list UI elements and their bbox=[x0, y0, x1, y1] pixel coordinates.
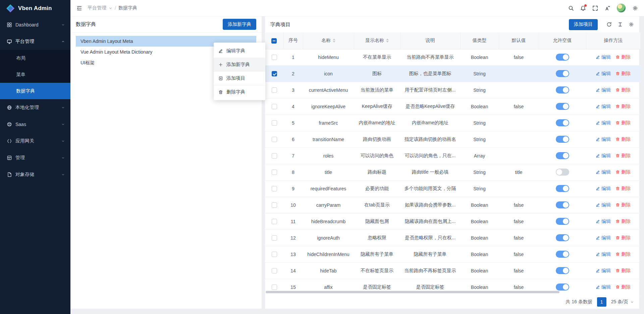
delete-row-button[interactable]: 删除 bbox=[615, 54, 631, 60]
edit-row-button[interactable]: 编辑 bbox=[596, 202, 611, 208]
sidebar-subitem-data-dictionary[interactable]: 数据字典 bbox=[0, 83, 70, 99]
nullable-toggle[interactable] bbox=[556, 284, 569, 291]
row-checkbox[interactable] bbox=[272, 104, 277, 109]
row-checkbox[interactable] bbox=[272, 268, 277, 273]
sort-carets-icon[interactable] bbox=[333, 39, 335, 43]
nullable-toggle[interactable] bbox=[556, 152, 569, 159]
nullable-toggle[interactable] bbox=[556, 54, 569, 61]
select-all-checkbox[interactable] bbox=[271, 38, 277, 44]
context-menu-item-edit-dict[interactable]: 编辑字典 bbox=[214, 44, 265, 58]
column-header-display[interactable]: 显示名称 bbox=[354, 33, 400, 49]
edit-row-button[interactable]: 编辑 bbox=[596, 87, 611, 93]
context-menu-item-delete-dict[interactable]: 删除字典 bbox=[214, 85, 265, 99]
delete-row-button[interactable]: 删除 bbox=[615, 169, 631, 175]
row-checkbox[interactable] bbox=[272, 202, 277, 208]
collapse-sidebar-icon[interactable] bbox=[76, 5, 82, 11]
nullable-toggle[interactable] bbox=[556, 70, 569, 77]
nullable-toggle[interactable] bbox=[556, 267, 569, 274]
row-checkbox[interactable] bbox=[272, 71, 277, 76]
edit-row-button[interactable]: 编辑 bbox=[596, 284, 611, 290]
edit-row-button[interactable]: 编辑 bbox=[596, 104, 611, 110]
page-size-select[interactable]: 25 条/页 bbox=[611, 299, 634, 305]
row-checkbox[interactable] bbox=[272, 137, 277, 142]
fullscreen-icon[interactable] bbox=[592, 5, 598, 11]
add-item-button[interactable]: 添加项目 bbox=[569, 19, 598, 30]
row-checkbox[interactable] bbox=[272, 235, 277, 241]
sidebar-item-object-storage[interactable]: 对象存储 bbox=[0, 166, 70, 183]
user-avatar[interactable] bbox=[616, 3, 626, 13]
row-height-icon[interactable] bbox=[618, 22, 623, 27]
breadcrumb-current[interactable]: 数据字典 bbox=[118, 5, 137, 11]
breadcrumb-parent[interactable]: 平台管理 bbox=[88, 5, 106, 11]
sidebar-item-platform[interactable]: 平台管理 bbox=[0, 33, 70, 50]
row-checkbox[interactable] bbox=[272, 120, 277, 126]
sidebar-item-management[interactable]: 管理 bbox=[0, 149, 70, 166]
sidebar-subitem-layout[interactable]: 布局 bbox=[0, 50, 70, 66]
delete-row-button[interactable]: 删除 bbox=[615, 120, 631, 126]
row-checkbox[interactable] bbox=[272, 55, 277, 60]
edit-row-button[interactable]: 编辑 bbox=[596, 218, 611, 225]
sidebar-subitem-menu[interactable]: 菜单 bbox=[0, 66, 70, 83]
nullable-toggle[interactable] bbox=[556, 169, 569, 176]
delete-row-button[interactable]: 删除 bbox=[615, 71, 631, 77]
delete-row-button[interactable]: 删除 bbox=[615, 268, 631, 274]
row-checkbox[interactable] bbox=[272, 186, 277, 191]
row-checkbox[interactable] bbox=[272, 153, 277, 159]
delete-row-button[interactable]: 删除 bbox=[615, 186, 631, 192]
edit-row-button[interactable]: 编辑 bbox=[596, 251, 611, 257]
nullable-toggle[interactable] bbox=[556, 251, 569, 258]
edit-row-button[interactable]: 编辑 bbox=[596, 268, 611, 274]
sort-carets-icon[interactable] bbox=[386, 39, 389, 43]
column-settings-gear-icon[interactable] bbox=[629, 22, 634, 27]
edit-row-button[interactable]: 编辑 bbox=[596, 235, 611, 241]
sidebar-item-saas[interactable]: Saas bbox=[0, 116, 70, 133]
settings-gear-icon[interactable] bbox=[632, 5, 638, 11]
context-menu-item-add-item[interactable]: 添加项目 bbox=[214, 71, 265, 85]
horizontal-scrollbar-thumb[interactable] bbox=[266, 291, 559, 293]
nullable-toggle[interactable] bbox=[556, 185, 569, 192]
nullable-toggle[interactable] bbox=[556, 119, 569, 126]
nullable-toggle[interactable] bbox=[556, 201, 569, 208]
row-checkbox[interactable] bbox=[272, 87, 277, 93]
app-logo[interactable]: Vben Admin bbox=[0, 0, 70, 16]
delete-row-button[interactable]: 删除 bbox=[615, 104, 631, 110]
edit-row-button[interactable]: 编辑 bbox=[596, 136, 611, 142]
nullable-toggle[interactable] bbox=[556, 234, 569, 241]
row-checkbox[interactable] bbox=[272, 170, 277, 175]
delete-row-button[interactable]: 删除 bbox=[615, 202, 631, 208]
search-icon[interactable] bbox=[568, 5, 574, 11]
edit-row-button[interactable]: 编辑 bbox=[596, 169, 611, 175]
edit-row-button[interactable]: 编辑 bbox=[596, 71, 611, 77]
context-menu-item-add-new-dict[interactable]: 添加新字典 bbox=[214, 58, 265, 71]
delete-row-button[interactable]: 删除 bbox=[615, 87, 631, 93]
platform-icon bbox=[7, 39, 12, 44]
sidebar-item-app-gateway[interactable]: 应用网关 bbox=[0, 133, 70, 149]
add-new-dictionary-button[interactable]: 添加新字典 bbox=[223, 19, 256, 30]
sidebar-item-dashboard[interactable]: Dashboard bbox=[0, 16, 70, 33]
nullable-toggle[interactable] bbox=[556, 103, 569, 110]
edit-row-button[interactable]: 编辑 bbox=[596, 54, 611, 60]
nullable-toggle[interactable] bbox=[556, 136, 569, 143]
sidebar-item-label: 对象存储 bbox=[15, 172, 58, 178]
edit-row-button[interactable]: 编辑 bbox=[596, 186, 611, 192]
refresh-icon[interactable] bbox=[606, 22, 612, 27]
edit-row-button[interactable]: 编辑 bbox=[596, 120, 611, 126]
delete-row-button[interactable]: 删除 bbox=[615, 284, 631, 290]
delete-row-button[interactable]: 删除 bbox=[615, 251, 631, 257]
notification-bell-icon[interactable] bbox=[580, 5, 586, 11]
language-translate-icon[interactable] bbox=[604, 5, 610, 11]
row-checkbox[interactable] bbox=[272, 219, 277, 224]
nullable-toggle[interactable] bbox=[556, 218, 569, 225]
delete-row-button[interactable]: 删除 bbox=[615, 136, 631, 142]
sidebar-item-localization[interactable]: 本地化管理 bbox=[0, 99, 70, 116]
page-1-button[interactable]: 1 bbox=[597, 297, 606, 307]
delete-row-button[interactable]: 删除 bbox=[615, 153, 631, 159]
trash-icon bbox=[218, 90, 223, 95]
nullable-toggle[interactable] bbox=[556, 86, 569, 93]
delete-row-button[interactable]: 删除 bbox=[615, 218, 631, 225]
delete-row-button[interactable]: 删除 bbox=[615, 235, 631, 241]
edit-row-button[interactable]: 编辑 bbox=[596, 153, 611, 159]
row-checkbox[interactable] bbox=[272, 285, 277, 290]
row-checkbox[interactable] bbox=[272, 252, 277, 257]
column-header-name[interactable]: 名称 bbox=[303, 33, 354, 49]
